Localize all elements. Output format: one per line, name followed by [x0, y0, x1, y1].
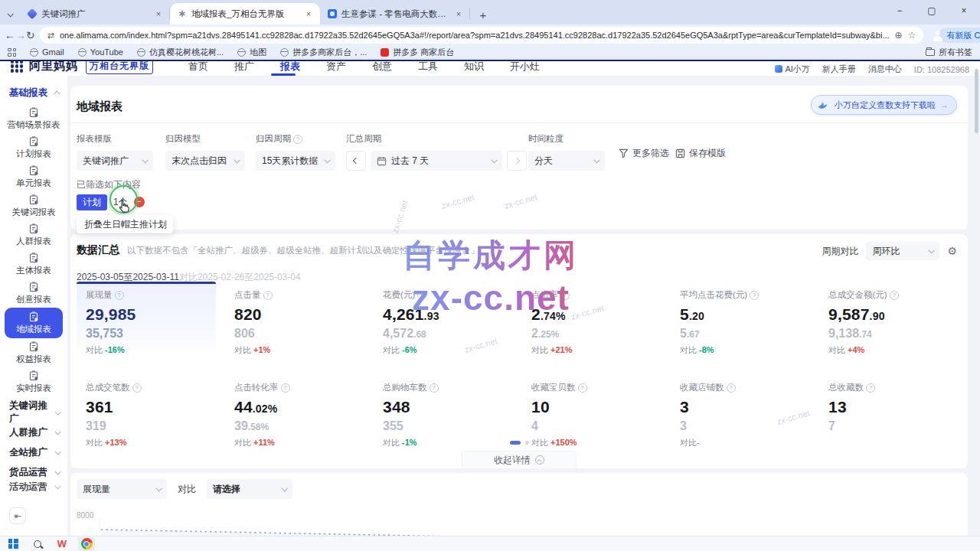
- sidebar-report-item[interactable]: 人群报表: [5, 220, 63, 249]
- sidebar-report-item[interactable]: 单元报表: [5, 162, 63, 191]
- xiaowan-download-banner[interactable]: 小万自定义查数支持下载啦 →: [811, 95, 957, 115]
- bookmark-item[interactable]: 拼多多 商家后台: [381, 47, 454, 58]
- brand-name[interactable]: 阿里妈妈: [29, 60, 78, 73]
- attribution-model-dropdown[interactable]: 末次点击归因: [165, 151, 245, 171]
- gear-icon[interactable]: ⚙: [947, 245, 957, 257]
- bookmark-item[interactable]: 地图: [237, 47, 266, 58]
- site-nav-item[interactable]: 创意: [372, 60, 392, 73]
- help-icon[interactable]: ?: [890, 291, 899, 300]
- metric-card[interactable]: 总成交笔数? 361 319 对比 +13%: [77, 374, 216, 448]
- sidebar-group[interactable]: 货品运营: [0, 462, 67, 482]
- bookmark-item[interactable]: 仿真樱花树桃花树...: [137, 47, 224, 58]
- metric-card[interactable]: 总收藏数? 13 7: [819, 374, 959, 448]
- metric-card[interactable]: 点击转化率? 44.02% 39.58% 对比 +11%: [225, 374, 364, 448]
- wps-app-button[interactable]: W: [54, 537, 70, 551]
- sidebar-report-item[interactable]: 主体报表: [5, 249, 63, 279]
- plan-dropdown-item[interactable]: 折叠生日帽主推计划: [77, 215, 173, 233]
- help-icon[interactable]: ?: [750, 291, 759, 300]
- address-bar[interactable]: ⇄ one.alimama.com/index.html?spm=a21dvs.…: [40, 27, 924, 44]
- site-nav-item[interactable]: 开小灶: [510, 60, 540, 73]
- all-bookmarks-button[interactable]: 所有书签: [926, 47, 972, 58]
- new-tab-button[interactable]: +: [473, 5, 493, 24]
- forward-button[interactable]: →: [15, 25, 26, 45]
- site-nav-item[interactable]: 知识: [464, 60, 484, 73]
- sidebar-report-item[interactable]: 计划报表: [5, 133, 63, 162]
- window-minimize-button[interactable]: −: [884, 0, 916, 21]
- apps-grid-icon[interactable]: [8, 48, 16, 57]
- site-nav-item[interactable]: 报表: [280, 60, 300, 73]
- help-icon[interactable]: ?: [560, 291, 570, 300]
- save-template-button[interactable]: 保存模版: [675, 147, 726, 160]
- browser-tab[interactable]: 生意参谋 - 零售电商大数据产品 ×: [320, 3, 470, 24]
- help-icon[interactable]: ?: [293, 135, 302, 144]
- browser-tab[interactable]: 关键词推广 ×: [20, 3, 170, 24]
- carousel-dot[interactable]: [525, 441, 529, 445]
- help-icon[interactable]: ?: [578, 383, 587, 393]
- granularity-dropdown[interactable]: 分天: [528, 151, 605, 171]
- sidebar-report-item[interactable]: 营销场景报表: [5, 104, 63, 133]
- start-button[interactable]: [5, 537, 21, 551]
- metric-card[interactable]: 平均点击花费(元)? 5.20 5.67 对比 -8%: [671, 282, 810, 356]
- help-icon[interactable]: ?: [281, 383, 290, 393]
- sidebar-report-item[interactable]: 关键词报表: [5, 191, 63, 220]
- metric-card[interactable]: 点击量? 820 806 对比 +1%: [225, 282, 364, 356]
- sidebar-group[interactable]: 人群推广: [0, 422, 67, 442]
- message-center-link[interactable]: 消息中心: [868, 64, 902, 75]
- help-icon[interactable]: ?: [866, 383, 875, 393]
- window-maximize-button[interactable]: ▢: [916, 0, 948, 21]
- sidebar-collapse-button[interactable]: ⇤: [9, 507, 26, 524]
- sidebar-group-basic-reports[interactable]: 基础报表: [9, 86, 60, 99]
- sidebar-report-item[interactable]: 实时报表: [5, 367, 63, 396]
- metric-card[interactable]: 点击率? 2.74% 2.25% 对比 +21%: [522, 282, 662, 356]
- bookmark-item[interactable]: YouTube: [78, 47, 123, 58]
- date-range-dropdown[interactable]: 过去 7 天: [371, 151, 502, 171]
- metric-card[interactable]: 总成交金额(元)? 9,587.90 9,138.74 对比 +4%: [819, 282, 959, 356]
- report-template-dropdown[interactable]: 关键词推广: [77, 151, 153, 171]
- tab-search-icon[interactable]: [0, 5, 20, 24]
- next-period-button[interactable]: [507, 151, 527, 171]
- chrome-update-button[interactable]: 有新版 Chrome 可用: [939, 28, 980, 43]
- metric-card[interactable]: 收藏店铺数? 3 3 对比-: [671, 374, 810, 448]
- carousel-dot-active[interactable]: [510, 441, 521, 445]
- metric-card[interactable]: 收藏宝贝数? 10 4 对比 +150%: [522, 374, 662, 448]
- metric-card[interactable]: 展现量? 29,985 35,753 对比 -16%: [77, 282, 216, 356]
- help-icon[interactable]: ?: [417, 291, 426, 300]
- bookmark-star-icon[interactable]: ☆: [908, 30, 916, 41]
- page-scrollbar[interactable]: [975, 60, 979, 534]
- alimama-logo-icon[interactable]: [11, 60, 23, 73]
- chrome-app-button[interactable]: [78, 537, 95, 551]
- help-icon[interactable]: ?: [132, 383, 142, 393]
- sidebar-report-item[interactable]: 创意报表: [5, 279, 63, 308]
- help-icon[interactable]: ?: [115, 291, 124, 300]
- help-icon[interactable]: ?: [263, 291, 273, 300]
- tab-close-icon[interactable]: ×: [453, 8, 464, 19]
- filter-chip-plan[interactable]: 计划: [77, 194, 107, 210]
- window-close-button[interactable]: ×: [948, 0, 980, 21]
- bookmark-item[interactable]: Gmail: [30, 47, 64, 58]
- compare-mode-dropdown[interactable]: 周环比: [866, 242, 939, 260]
- site-info-icon[interactable]: ⇄: [47, 31, 54, 41]
- sidebar-report-item[interactable]: 地域报表: [5, 308, 63, 338]
- browser-tab[interactable]: 地域报表_万相台无界版 ×: [170, 3, 320, 24]
- bookmark-item[interactable]: 拼多多商家后台，...: [280, 47, 367, 58]
- chart-compare-dropdown[interactable]: 请选择: [207, 479, 292, 499]
- metric-card[interactable]: 花费(元)? 4,261.93 4,572.68 对比 -6%: [374, 282, 513, 356]
- collapse-details-button[interactable]: 收起详情: [462, 451, 577, 468]
- taskbar-search-button[interactable]: [29, 537, 46, 551]
- help-icon[interactable]: ?: [430, 383, 439, 393]
- back-button[interactable]: ←: [5, 25, 15, 45]
- remove-filter-icon[interactable]: −: [134, 197, 145, 207]
- sidebar-group[interactable]: 活动运营: [0, 482, 67, 491]
- site-nav-item[interactable]: 首页: [188, 60, 208, 73]
- newbie-guide-link[interactable]: 新人手册: [822, 64, 856, 75]
- refresh-button[interactable]: ↻: [26, 25, 35, 45]
- zoom-page-icon[interactable]: ⊕: [895, 30, 903, 41]
- metric-card[interactable]: 总购物车数? 348 355 对比 -1%: [374, 374, 513, 448]
- attribution-window-dropdown[interactable]: 15天累计数据: [256, 151, 335, 171]
- sidebar-group[interactable]: 关键词推广: [0, 403, 67, 422]
- tab-close-icon[interactable]: ×: [303, 8, 314, 19]
- site-nav-item[interactable]: 工具: [418, 60, 438, 73]
- sidebar-group[interactable]: 全站推广: [0, 442, 67, 462]
- tab-close-icon[interactable]: ×: [153, 8, 164, 19]
- site-nav-item[interactable]: 资产: [326, 60, 346, 73]
